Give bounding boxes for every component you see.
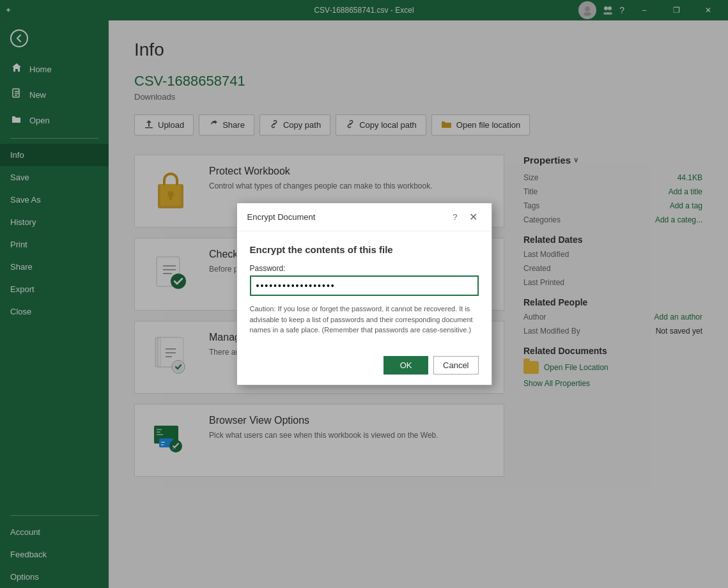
encrypt-dialog: Encrypt Document ? ✕ Encrypt the content…	[236, 203, 492, 385]
dialog-footer: OK Cancel	[237, 356, 492, 385]
dialog-help-icon[interactable]: ?	[453, 212, 457, 222]
dialog-password-label: Password:	[250, 264, 479, 273]
dialog-cancel-button[interactable]: Cancel	[433, 356, 478, 375]
dialog-close-button[interactable]: ✕	[465, 210, 481, 224]
dialog-content-title: Encrypt the contents of this file	[250, 244, 479, 255]
dialog-title: Encrypt Document	[247, 212, 316, 222]
dialog-overlay: Encrypt Document ? ✕ Encrypt the content…	[0, 0, 728, 588]
dialog-ok-button[interactable]: OK	[383, 356, 428, 375]
dialog-caution-text: Caution: If you lose or forget the passw…	[250, 304, 479, 336]
dialog-body: Encrypt the contents of this file Passwo…	[237, 231, 492, 356]
dialog-header-icons: ? ✕	[453, 210, 481, 224]
dialog-password-input[interactable]	[250, 275, 479, 296]
dialog-titlebar: Encrypt Document ? ✕	[237, 203, 492, 231]
